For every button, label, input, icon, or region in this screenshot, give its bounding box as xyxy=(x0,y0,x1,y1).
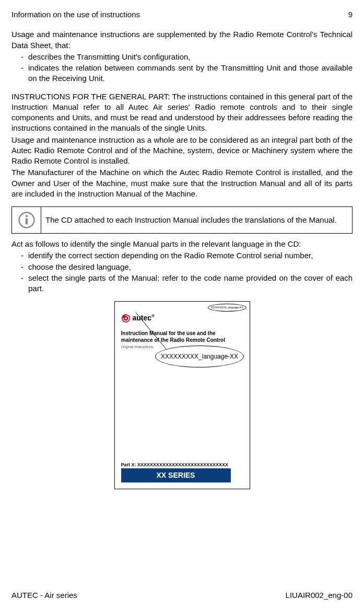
list-item: select the single parts of the Manual: r… xyxy=(21,273,353,294)
list-item: describes the Transmitting Unit's config… xyxy=(21,52,353,62)
cover-title: Instruction Manual for the use and the m… xyxy=(121,330,243,343)
page-number: 9 xyxy=(348,9,353,20)
footer-right: LIUAIR002_eng-00 xyxy=(286,590,353,601)
header-title: Information on the use of instructions xyxy=(11,9,140,20)
svg-point-4 xyxy=(125,317,127,319)
logo-text: autec xyxy=(133,314,152,322)
act-list: identify the correct section depending o… xyxy=(11,250,353,294)
info-note-text: The CD attached to each Instruction Manu… xyxy=(41,207,352,233)
info-icon xyxy=(12,207,41,233)
intro-paragraph: Usage and maintenance instructions are s… xyxy=(11,29,353,51)
list-item: choose the desired language, xyxy=(21,262,353,272)
intro-list: describes the Transmitting Unit's config… xyxy=(11,52,353,84)
cover-part-line: Part X: XXXXXXXXXXXXXXXXXXXXXXXXXXXXX xyxy=(121,462,229,468)
general-part-paragraph: INSTRUCTIONS FOR THE GENERAL PART: The i… xyxy=(11,91,353,134)
svg-rect-2 xyxy=(25,218,27,225)
logo-icon xyxy=(121,314,131,323)
list-item: identify the correct section depending o… xyxy=(21,250,353,261)
footer-left: AUTEC - Air series xyxy=(11,590,77,601)
svg-point-1 xyxy=(25,215,27,217)
manual-cover: XXXXXXXXX_language-XX autec® Instruction… xyxy=(114,301,250,489)
act-paragraph: Act as follows to identify the single Ma… xyxy=(11,239,353,249)
cover-illustration: XXXXXXXXX_language-XX autec® Instruction… xyxy=(11,301,353,489)
manufacturer-paragraph: The Manufacturer of the Machine on which… xyxy=(11,167,353,199)
usage-paragraph: Usage and maintenance instruction as a w… xyxy=(11,135,353,167)
list-item: indicates the relation between commands … xyxy=(21,63,353,84)
cover-code-ellipse: XXXXXXXXX_language-XX xyxy=(208,304,246,312)
info-note-box: The CD attached to each Instruction Manu… xyxy=(11,206,353,234)
cover-logo: autec® xyxy=(121,313,243,323)
cover-series-band: XX SERIES xyxy=(121,468,231,482)
